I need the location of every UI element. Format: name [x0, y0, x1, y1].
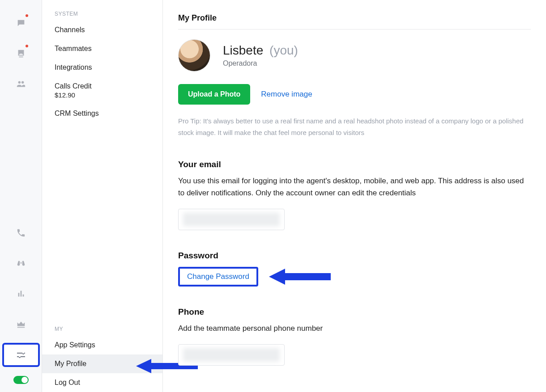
phone-section-heading: Phone	[178, 307, 531, 317]
email-section-desc: You use this email for logging into the …	[178, 175, 527, 199]
sidebar-item-calls-credit[interactable]: Calls Credit $12.90	[42, 77, 162, 104]
sidebar-group-my: MY	[42, 324, 162, 336]
sidebar-group-system: SYSTEM	[42, 9, 162, 21]
photo-actions: Upload a Photo Remove image	[178, 84, 531, 105]
notification-dot	[26, 45, 28, 47]
crown-icon[interactable]	[12, 315, 30, 333]
profile-name: Lisbete (you)	[223, 43, 298, 58]
chat-icon[interactable]	[12, 14, 30, 32]
sidebar-item-integrations[interactable]: Integrations	[42, 58, 162, 77]
team-icon[interactable]	[12, 75, 30, 93]
online-toggle[interactable]	[13, 376, 29, 384]
stats-icon[interactable]	[12, 285, 30, 303]
redacted-value	[183, 348, 280, 362]
phone-icon[interactable]	[12, 224, 30, 242]
notification-dot	[26, 14, 28, 17]
settings-icon[interactable]	[2, 343, 40, 367]
sidebar-item-channels[interactable]: Channels	[42, 21, 162, 39]
change-password-link[interactable]: Change Password	[178, 267, 258, 287]
pro-tip-text: Pro Tip: It's always better to use a rea…	[178, 115, 527, 139]
page-title: My Profile	[178, 13, 531, 30]
sidebar-item-teammates[interactable]: Teammates	[42, 39, 162, 58]
sidebar-item-my-profile[interactable]: My Profile	[42, 354, 162, 373]
sidebar-item-log-out[interactable]: Log Out	[42, 373, 162, 392]
remove-image-link[interactable]: Remove image	[261, 90, 312, 99]
icon-rail	[0, 0, 42, 392]
upload-photo-button[interactable]: Upload a Photo	[178, 84, 250, 105]
profile-name-you: (you)	[269, 43, 298, 57]
email-section-heading: Your email	[178, 160, 531, 169]
phone-section-desc: Add the teammate personal phone number	[178, 322, 527, 334]
redacted-value	[183, 213, 280, 226]
sidebar-item-label: Calls Credit	[55, 82, 92, 90]
contact-icon[interactable]	[12, 45, 30, 63]
svg-marker-1	[269, 269, 331, 285]
email-input[interactable]	[178, 209, 285, 230]
settings-sidebar: SYSTEM Channels Teammates Integrations C…	[42, 0, 163, 392]
sidebar-item-crm-settings[interactable]: CRM Settings	[42, 104, 162, 123]
password-section-heading: Password	[178, 251, 531, 261]
sidebar-item-app-settings[interactable]: App Settings	[42, 336, 162, 354]
sidebar-item-calls-credit-value: $12.90	[55, 91, 150, 99]
annotation-arrow-icon	[269, 267, 332, 287]
sidebar-item-label: My Profile	[55, 360, 86, 367]
phone-input[interactable]	[178, 344, 285, 366]
avatar[interactable]	[178, 39, 210, 72]
profile-role: Operadora	[223, 59, 298, 67]
binoculars-icon[interactable]	[12, 254, 30, 272]
profile-header: Lisbete (you) Operadora	[178, 39, 531, 72]
main-content: My Profile Lisbete (you) Operadora Uploa…	[163, 0, 546, 392]
profile-name-text: Lisbete	[223, 43, 263, 57]
